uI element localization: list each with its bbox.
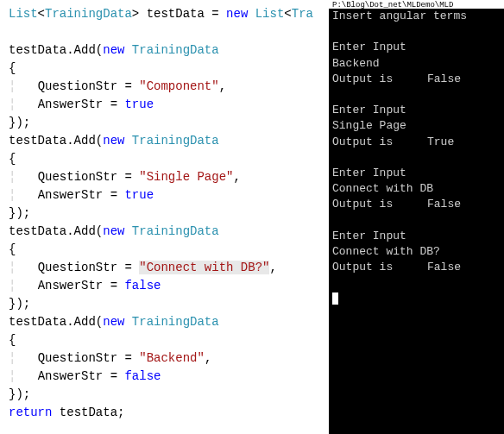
indent-guide: ¦ [9,79,16,93]
method-call: .Add( [66,315,103,329]
blank-line [332,24,501,40]
indent-guide: ¦ [9,97,16,111]
keyword: new [103,224,124,238]
code-line: ¦ QuestionStr = "Single Page", [9,170,241,184]
terminal-line: Enter Input [332,103,501,118]
identifier: testData [9,43,66,57]
property-label: AnswerStr = [38,97,125,111]
indent-guide: ¦ [9,279,16,292]
terminal-line: Output isFalse [332,72,501,87]
output-label: Output is [332,260,427,275]
method-call: .Add( [66,43,103,57]
identifier: testData [9,315,66,329]
type-token: Tra [292,7,313,21]
terminal-line: Insert angular terms [332,9,501,24]
keyword: return [9,406,52,419]
terminal-titlebar: P:\Blog\Dot_net\MLDemo\MLD [329,0,504,9]
type-token: TrainingData [132,224,219,238]
keyword: true [124,97,154,111]
terminal-line: Output isFalse [332,197,501,212]
code-line: }); [9,387,30,401]
code-line: { [9,152,16,166]
output-value: True [427,135,454,148]
blank-line [332,150,501,166]
indent-guide: ¦ [9,188,16,202]
identifier: testData [9,224,66,238]
code-line: }); [9,297,30,311]
type-token: TrainingData [132,43,219,57]
code-line: return testData; [9,406,124,419]
terminal[interactable]: P:\Blog\Dot_net\MLDemo\MLDInsert angular… [329,0,504,434]
code-line: }); [9,116,30,129]
blank-line [332,87,501,103]
code-line: testData.Add(new TrainingData [9,224,219,238]
indent-guide: ¦ [9,261,16,274]
code-line: ¦ QuestionStr = "Connect with DB?", [9,261,277,274]
identifier: testData [147,7,205,21]
output-label: Output is [332,72,427,87]
keyword: true [124,188,154,202]
code-line: testData.Add(new TrainingData [9,315,219,329]
code-line: ¦ AnswerStr = false [9,279,161,292]
terminal-line: Connect with DB? [332,244,501,260]
method-call: .Add( [66,224,103,238]
type-token: List [9,7,38,21]
property-label: AnswerStr = [38,369,125,383]
type-token: TrainingData [132,315,219,329]
property-label: QuestionStr = [38,170,140,184]
terminal-line: Connect with DB [332,181,501,197]
type-token: List [255,7,285,21]
code-line: ¦ QuestionStr = "Component", [9,79,226,93]
blank-line [332,275,501,291]
keyword: false [124,279,161,292]
terminal-line: Enter Input [332,229,501,244]
code-editor[interactable]: List<TrainingData> testData = new List<T… [0,0,329,434]
code-line: { [9,333,16,347]
type-token: TrainingData [45,7,132,21]
indent-guide: ¦ [9,351,16,365]
keyword: new [103,43,124,57]
terminal-line: Enter Input [332,166,501,181]
terminal-line: Output isTrue [332,135,501,150]
keyword: new [226,7,248,21]
string-literal: "Backend" [139,351,205,365]
output-value: False [427,72,461,85]
code-line: testData.Add(new TrainingData [9,43,219,57]
output-label: Output is [332,135,427,150]
output-label: Output is [332,197,427,212]
terminal-line: Single Page [332,118,501,134]
string-literal: "Connect with DB?" [139,261,269,274]
property-label: QuestionStr = [38,351,140,365]
blank-line [9,25,16,39]
code-line: ¦ AnswerStr = true [9,188,154,202]
identifier: testData [9,134,66,148]
code-line: { [9,242,16,256]
keyword: false [124,369,161,383]
property-label: AnswerStr = [38,279,125,292]
identifier: testData [60,406,117,419]
keyword: new [103,315,124,329]
terminal-line: Backend [332,56,501,72]
code-line: ¦ AnswerStr = false [9,369,161,383]
output-value: False [427,261,461,274]
terminal-title: P:\Blog\Dot_net\MLDemo\MLD [332,1,453,9]
code-line: List<TrainingData> testData = new List<T… [9,7,313,21]
property-label: QuestionStr = [38,79,140,93]
operator: = [211,7,218,21]
indent-guide: ¦ [9,170,16,184]
code-line: ¦ AnswerStr = true [9,97,154,111]
output-value: False [427,198,461,211]
indent-guide: ¦ [9,369,16,383]
code-line: ¦ QuestionStr = "Backend", [9,351,211,365]
method-call: .Add( [66,134,103,148]
terminal-line: Output isFalse [332,260,501,275]
property-label: AnswerStr = [38,188,125,202]
string-literal: "Component" [139,79,218,93]
terminal-line: Enter Input [332,40,501,55]
code-line: }); [9,206,30,220]
semicolon: ; [117,406,124,419]
keyword: new [103,134,124,148]
blank-line [332,212,501,228]
terminal-cursor [332,292,338,305]
property-label: QuestionStr = [38,261,140,274]
